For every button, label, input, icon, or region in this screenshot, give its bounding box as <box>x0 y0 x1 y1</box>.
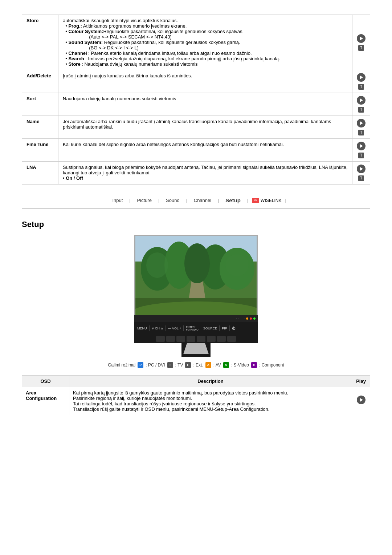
play-icon <box>357 34 366 43</box>
play-cell <box>352 387 370 415</box>
remote-key <box>207 336 216 342</box>
modes-line: Galimi režimai P : PC / DVI T : TV E : E… <box>22 362 370 368</box>
t-icon: T <box>358 45 364 51</box>
row-description: Įrašo į atmintį naujus kanalus arba ištr… <box>58 70 352 93</box>
nav-item-sound[interactable]: Sound <box>159 198 186 203</box>
table-row: Sort Naudojama dviejų kanalų numeriams s… <box>22 93 370 116</box>
table-row: AreaConfiguration Kai pirmą kartą įjungs… <box>22 387 370 415</box>
area-label: AreaConfiguration <box>26 390 57 401</box>
osd-cell: AreaConfiguration <box>22 387 69 415</box>
wiselink-icon: W <box>252 198 259 203</box>
divider <box>166 325 166 331</box>
row-description: Jei automatiškai arba rankiniu būdu įraš… <box>58 116 352 139</box>
play-icon <box>357 396 366 404</box>
col-header-osd: OSD <box>22 376 69 387</box>
source-button: SOURCE <box>203 327 217 330</box>
remote-key <box>217 336 226 342</box>
divider <box>229 325 230 331</box>
table-row: Name Jei automatiškai arba rankiniu būdu… <box>22 116 370 139</box>
row-icon: T <box>352 139 370 162</box>
remote-key <box>166 336 175 342</box>
setup-section: Setup <box>22 220 370 415</box>
bottom-feature-table: OSD Description Play AreaConfiguration K… <box>22 375 370 415</box>
row-label: Sort <box>22 93 58 116</box>
status-dot-green <box>253 317 256 320</box>
table-row: Store automatiškai išsaugoti atmintyje v… <box>22 15 370 70</box>
nav-item-wiselink[interactable]: W WISELINK <box>248 198 285 203</box>
mode-badge-av: A <box>205 362 211 368</box>
svg-marker-13 <box>183 343 209 354</box>
modes-label: Galimi režimai <box>108 362 135 368</box>
pip-button: PIP <box>222 327 227 330</box>
row-icon: T <box>352 162 370 185</box>
divider <box>219 325 220 331</box>
col-header-description: Description <box>69 376 352 387</box>
description-cell: Kai pirmą kartą įjungsite iš gamyklos ga… <box>69 387 352 415</box>
ch-button: — VOL + <box>168 327 181 330</box>
play-icon <box>357 73 366 82</box>
wiselink-label: WISELINK <box>261 198 281 203</box>
play-icon <box>357 165 366 173</box>
play-icon <box>357 142 366 150</box>
row-icon: T <box>352 93 370 116</box>
mode-tv-label: : TV <box>175 362 183 368</box>
svg-point-9 <box>146 252 168 278</box>
play-icon <box>357 119 366 127</box>
tv-stand <box>134 343 258 357</box>
status-dot-orange <box>246 317 248 320</box>
enter-button: ENTER/FM RADIO <box>186 326 198 331</box>
row-label: Name <box>22 116 58 139</box>
remote-key <box>197 336 205 342</box>
tv-screen <box>134 235 258 315</box>
remote-key <box>187 336 195 342</box>
tv-status-bar: — — · ·· — · <box>134 315 258 322</box>
status-text: — — · ·· — · <box>229 317 245 320</box>
t-icon: T <box>358 175 364 181</box>
table-header-row: OSD Description Play <box>22 376 370 387</box>
tv-illustration: — — · ·· — · MENU ∨ CH ∧ — VOL + ENTER/F… <box>22 235 370 357</box>
table-row: Fine Tune Kai kurie kanalai dėl silpno s… <box>22 139 370 162</box>
row-description: Kai kurie kanalai dėl silpno signalo arb… <box>58 139 352 162</box>
divider <box>201 325 201 331</box>
power-button: ⏻ <box>232 327 235 330</box>
mode-ext-label: : Ext. <box>193 362 203 368</box>
nav-item-setup[interactable]: Setup <box>219 197 247 203</box>
menu-button: MENU <box>137 327 147 330</box>
nav-item-input[interactable]: Input <box>106 198 129 203</box>
nav-item-picture[interactable]: Picture <box>130 198 158 203</box>
table-row: LNA Sustiprina signalus, kai bloga priėm… <box>22 162 370 185</box>
remote-key <box>227 336 236 342</box>
mode-pc-label: : PC / DVI <box>146 362 165 368</box>
mode-badge-component: C <box>251 362 257 368</box>
tv-control-bar: MENU ∨ CH ∧ — VOL + ENTER/FM RADIO SOURC… <box>134 322 258 335</box>
row-icon: T <box>352 70 370 93</box>
mode-av-label: : AV <box>213 362 221 368</box>
play-icon <box>357 96 366 105</box>
row-icon: T <box>352 15 370 70</box>
row-description: Naudojama dviejų kanalų numeriams sukeis… <box>58 93 352 116</box>
tv-remote-keys <box>134 335 258 343</box>
svg-point-10 <box>225 254 249 276</box>
row-label: Store <box>22 15 58 70</box>
row-label: LNA <box>22 162 58 185</box>
tv-wrapper: — — · ·· — · MENU ∨ CH ∧ — VOL + ENTER/F… <box>134 235 258 357</box>
row-label: Fine Tune <box>22 139 58 162</box>
navigation-bar: Input | Picture | Sound | Channel | Setu… <box>22 192 370 209</box>
table-row: Add/Delete Įrašo į atmintį naujus kanalu… <box>22 70 370 93</box>
main-feature-table: Store automatiškai išsaugoti atmintyje v… <box>22 15 370 185</box>
status-dot-red <box>250 317 252 320</box>
remote-key <box>176 336 185 342</box>
mode-badge-svideo: S <box>223 362 229 368</box>
row-description: automatiškai išsaugoti atmintyje visus a… <box>58 15 352 70</box>
row-label: Add/Delete <box>22 70 58 93</box>
tv-screen-svg <box>135 236 258 315</box>
vol-down-button: ∨ CH ∧ <box>152 327 163 330</box>
nav-item-channel[interactable]: Channel <box>187 198 218 203</box>
mode-badge-tv: T <box>167 362 173 368</box>
t-icon: T <box>358 130 364 135</box>
t-icon: T <box>358 84 364 90</box>
mode-badge-pc: P <box>138 362 143 368</box>
divider <box>183 325 184 331</box>
row-icon: T <box>352 116 370 139</box>
row-description: Sustiprina signalus, kai bloga priėmimo … <box>58 162 352 185</box>
